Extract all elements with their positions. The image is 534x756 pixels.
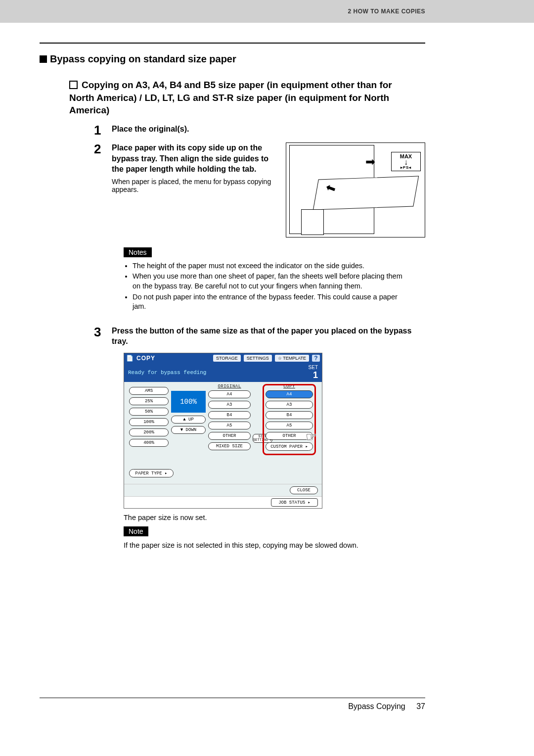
copy-b4-button[interactable]: B4 — [266, 411, 313, 419]
zoom-up-button[interactable]: ▲ UP — [171, 416, 206, 424]
zoom-25-button[interactable]: 25% — [129, 397, 169, 405]
settings-button[interactable]: SETTINGS — [244, 355, 272, 362]
bullet-square-icon — [40, 55, 47, 63]
footer-page: 37 — [416, 702, 425, 710]
help-button[interactable]: ? — [312, 355, 320, 362]
lcd-jobstatus-row: JOB STATUS ▸ — [124, 496, 322, 508]
page-body: 2 Bypass copying on standard size paper … — [0, 23, 534, 549]
hand-cursor-icon: ☞ — [306, 429, 317, 445]
chapter-title: 2 HOW TO MAKE COPIES — [348, 8, 425, 15]
set-count: 1 — [313, 370, 318, 380]
zoom-50-button[interactable]: 50% — [129, 408, 169, 416]
lcd-workarea: AMS 25% 50% 100% 200% 400% 100% ▲ UP ▼ D… — [124, 382, 322, 484]
zoom-200-button[interactable]: 200% — [129, 428, 169, 436]
zoom-100-button[interactable]: 100% — [129, 418, 169, 426]
note-item: The height of the paper must not exceed … — [133, 261, 405, 271]
down-arrow-icon: ↓ — [392, 159, 420, 165]
template-button[interactable]: ☆ TEMPLATE — [275, 355, 309, 362]
max-indicator: MAX ↓ ▸PS◂ — [391, 152, 421, 171]
step-number: 1 — [94, 124, 112, 137]
note-text: If the paper size is not selected in thi… — [124, 541, 425, 549]
rule-top — [40, 43, 425, 44]
notes-list: The height of the paper must not exceed … — [124, 261, 425, 312]
section-heading: Bypass copying on standard size paper — [40, 53, 425, 65]
copy-a5-button[interactable]: A5 — [266, 422, 313, 429]
step-number: 3 — [94, 326, 112, 347]
copy-a3-button[interactable]: A3 — [266, 401, 313, 409]
zoom-percent: 100% — [171, 391, 206, 413]
step-description: When paper is placed, the menu for bypas… — [112, 178, 276, 193]
note-item: When you use more than one sheet of pape… — [133, 272, 405, 291]
hollow-square-icon — [69, 81, 78, 89]
notes-label: Notes — [124, 247, 152, 257]
original-a5-button[interactable]: A5 — [208, 422, 251, 429]
copy-a4-button[interactable]: A4 — [266, 390, 313, 398]
job-status-button[interactable]: JOB STATUS ▸ — [271, 498, 318, 507]
step-3: 3 Press the button of the same size as t… — [94, 326, 425, 347]
original-a4-button[interactable]: A4 — [208, 390, 251, 398]
note-block: Note — [124, 526, 425, 536]
note-item: Do not push paper into the entrance of t… — [133, 292, 405, 312]
step-2: 2 Place paper with its copy side up on t… — [94, 142, 425, 237]
lcd-title: COPY — [136, 355, 210, 362]
lcd-titlebar: 📄 COPY STORAGE SETTINGS ☆ TEMPLATE ? — [124, 353, 322, 363]
original-header: ORIGINAL — [208, 384, 251, 389]
original-b4-button[interactable]: B4 — [208, 411, 251, 419]
header-band: 2 HOW TO MAKE COPIES — [0, 0, 534, 23]
ps-label: ▸PS◂ — [392, 165, 420, 170]
step-title: Place the original(s). — [112, 124, 425, 135]
copy-header: COPY — [266, 384, 313, 389]
step-title: Press the button of the same size as tha… — [112, 326, 425, 347]
notes-block: Notes — [124, 247, 425, 257]
arrow-icon: ➡ — [365, 155, 375, 169]
original-other-button[interactable]: OTHER — [208, 432, 251, 440]
subsection-title-text: Copying on A3, A4, B4 and B5 size paper … — [69, 80, 392, 115]
section-title-text: Bypass copying on standard size paper — [50, 53, 236, 64]
storage-button[interactable]: STORAGE — [213, 355, 241, 362]
zoom-down-button[interactable]: ▼ DOWN — [171, 426, 206, 434]
close-button[interactable]: CLOSE — [290, 486, 318, 494]
subsection-heading: Copying on A3, A4, B4 and B5 size paper … — [69, 79, 410, 117]
set-label: SET — [309, 365, 318, 370]
footer-title: Bypass Copying — [348, 702, 405, 710]
step-title: Place paper with its copy side up on the… — [112, 142, 276, 175]
zoom-ams-button[interactable]: AMS — [129, 387, 169, 395]
bypass-tray-illustration: ➡ ➡ ➡ MAX ↓ ▸PS◂ — [286, 142, 425, 237]
original-mixed-button[interactable]: MIXED SIZE — [208, 442, 251, 450]
hand-illustration — [301, 209, 324, 235]
lcd-close-row: CLOSE — [124, 484, 322, 496]
page-footer: Bypass Copying 37 — [40, 698, 425, 726]
step-number: 2 — [94, 142, 112, 237]
lcd-statusbar: Ready for bypass feeding SET1 — [124, 363, 322, 382]
note-label: Note — [124, 526, 148, 536]
copy-icon: 📄 — [126, 355, 134, 362]
status-text: Ready for bypass feeding — [128, 370, 206, 376]
original-a3-button[interactable]: A3 — [208, 401, 251, 409]
after-panel-text: The paper size is now set. — [124, 514, 425, 521]
lcd-panel: 📄 COPY STORAGE SETTINGS ☆ TEMPLATE ? Rea… — [124, 353, 322, 509]
paper-type-button[interactable]: PAPER TYPE ▸ — [129, 469, 174, 477]
step-1: 1 Place the original(s). — [94, 124, 425, 137]
zoom-400-button[interactable]: 400% — [129, 439, 169, 447]
